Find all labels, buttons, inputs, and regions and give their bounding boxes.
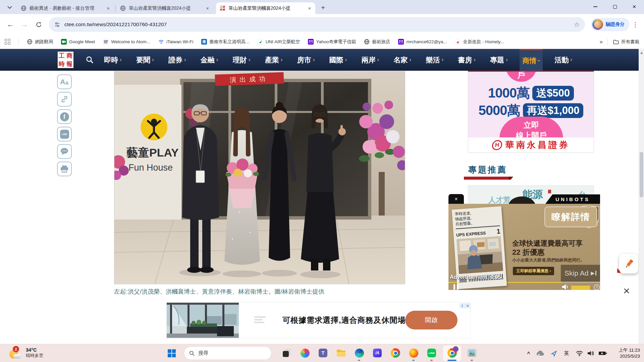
- start-button[interactable]: [168, 349, 176, 357]
- new-tab-button[interactable]: +: [318, 3, 328, 12]
- video-ad-cta-button[interactable]: 瞭解詳情: [544, 206, 597, 227]
- volume-icon[interactable]: [562, 284, 569, 290]
- tab-close-icon[interactable]: ×: [106, 5, 111, 11]
- nav-item[interactable]: 活動›: [552, 49, 575, 71]
- forward-button[interactable]: →: [18, 18, 31, 31]
- tab-close-icon[interactable]: ×: [205, 5, 210, 11]
- nav-item[interactable]: 房市›: [294, 49, 318, 71]
- bookmark-item[interactable]: Yahoo奇摩電子信箱: [308, 39, 356, 45]
- nav-item[interactable]: 要聞›: [133, 49, 157, 71]
- tray-onedrive[interactable]: [535, 344, 545, 362]
- browser-menu-button[interactable]: ⋮: [631, 18, 640, 31]
- volume-slider[interactable]: [571, 286, 590, 290]
- chevron-right-icon: ›: [152, 56, 154, 63]
- tray-battery[interactable]: [597, 344, 608, 362]
- tab-close-icon[interactable]: ×: [307, 5, 312, 11]
- tray-expand-button[interactable]: ^: [524, 344, 533, 362]
- font-size-button[interactable]: AA: [57, 74, 72, 89]
- help-icon[interactable]: ?: [594, 284, 600, 290]
- nav-item[interactable]: 證券›: [166, 49, 189, 71]
- sticky-ad-close-button[interactable]: ×: [620, 284, 634, 298]
- scrollbar-up-arrow[interactable]: [640, 52, 643, 54]
- pause-button[interactable]: [453, 284, 459, 290]
- skip-ad-button[interactable]: Skip Ad ▶: [561, 265, 600, 282]
- taskbar-app-movavi[interactable]: /A: [372, 348, 382, 358]
- ad-close-icon[interactable]: ×: [465, 303, 470, 308]
- video-ad-small-cta[interactable]: 立即解鎖專屬優惠 ›: [513, 267, 554, 275]
- nav-item[interactable]: 即時›: [101, 49, 124, 71]
- close-button[interactable]: ×: [625, 0, 644, 13]
- tab-1[interactable]: 藝術異述 · 易數藝術 - 後台管理 ×: [17, 2, 114, 14]
- taskbar-app-chrome[interactable]: [390, 348, 400, 358]
- nav-item[interactable]: 書房›: [455, 49, 478, 71]
- bookmark-item[interactable]: Google Meet: [61, 39, 95, 45]
- page-scrollbar[interactable]: [639, 49, 644, 344]
- taskbar-app-photos[interactable]: [467, 348, 477, 358]
- reload-button[interactable]: [32, 18, 45, 31]
- taskbar-app-line[interactable]: LINE: [427, 348, 437, 358]
- ad-info-icon[interactable]: i: [460, 303, 465, 308]
- bookmark-item[interactable]: 網路郵局: [27, 39, 53, 45]
- video-ad-close-button[interactable]: ×: [448, 194, 464, 204]
- bookmark-item[interactable]: Welcome to Atom...: [103, 39, 150, 45]
- ctee-logo[interactable]: 工商時報: [58, 52, 73, 68]
- nav-item[interactable]: 專題›: [487, 49, 511, 71]
- securities-ad[interactable]: 戶 1000萬 送$500 5000萬 再送$1,000 立即 線上開戶 H 華…: [468, 71, 594, 153]
- maximize-button[interactable]: [605, 0, 625, 13]
- tab-search-button[interactable]: [5, 3, 15, 12]
- taskbar-app-widgets[interactable]: [282, 348, 292, 358]
- bookmark-star-icon[interactable]: ☆: [574, 21, 580, 28]
- taskbar-app-teams[interactable]: T: [318, 348, 328, 358]
- ad-open-button[interactable]: 開啟: [405, 311, 458, 329]
- facebook-share-button[interactable]: f: [57, 109, 72, 124]
- video-ad-player[interactable]: 瞭解詳情 準時送達, 物超所值, 共創雙贏。 UPS EXPRESS 1: [448, 204, 600, 290]
- minimize-button[interactable]: [586, 0, 605, 13]
- nav-item-active[interactable]: 商情›: [520, 49, 543, 71]
- print-button[interactable]: [57, 162, 72, 176]
- floating-pencil-button[interactable]: [619, 254, 638, 274]
- nav-item[interactable]: 名家›: [391, 49, 414, 71]
- url-text[interactable]: ctee.com.tw/news/20241221700760-431207: [64, 21, 570, 27]
- nav-item[interactable]: 國際›: [327, 49, 350, 71]
- bookmark-item[interactable]: a 全新改款 - Homely...: [455, 39, 504, 45]
- tray-location[interactable]: [549, 344, 559, 362]
- nav-item[interactable]: 兩岸›: [359, 49, 382, 71]
- nav-search-button[interactable]: [86, 56, 94, 65]
- bookmark-item[interactable]: UNI AIR立榮航空: [258, 39, 300, 45]
- bookmark-item[interactable]: iTaiwan Wi-Fi: [158, 39, 193, 45]
- weather-widget[interactable]: 2 34°C 晴時多雲: [9, 346, 43, 360]
- all-bookmarks-button[interactable]: 所有書籤: [608, 39, 639, 45]
- nav-item[interactable]: 樂活›: [423, 49, 446, 71]
- ad-cta[interactable]: 立即 線上開戶: [499, 117, 563, 139]
- scrollbar-thumb[interactable]: [640, 152, 643, 197]
- line-share-button[interactable]: LINE: [57, 127, 72, 141]
- taskbar-search[interactable]: 搜尋: [184, 346, 272, 360]
- nav-item[interactable]: 理財›: [230, 49, 253, 71]
- apps-grid-icon[interactable]: [5, 39, 10, 45]
- profile-chip[interactable]: 驗證身分: [591, 18, 629, 31]
- copy-link-button[interactable]: [57, 92, 72, 107]
- bookmarks-overflow-button[interactable]: »: [595, 39, 607, 45]
- taskbar-app-firefox[interactable]: [409, 348, 419, 358]
- back-button[interactable]: ←: [4, 18, 17, 31]
- taskbar-app-chrome-active[interactable]: [447, 348, 457, 358]
- taskbar-app-edge[interactable]: [354, 348, 364, 358]
- site-info-icon[interactable]: [54, 22, 60, 27]
- taskbar-app-explorer[interactable]: [336, 348, 346, 358]
- tab-3-active[interactable]: 工商時報 草山岩產業暨洪幗襄2024小提 ×: [216, 2, 315, 14]
- taskbar-clock[interactable]: 上午 11:23 2025/5/23: [611, 347, 640, 359]
- comment-button[interactable]: [57, 144, 72, 159]
- bottom-banner-ad[interactable]: 可根據需求選擇,適合商務及休閒場景使用 開啟 i ×: [166, 302, 470, 338]
- bookmark-item[interactable]: mrchance622@ya...: [398, 39, 447, 45]
- nav-item[interactable]: 產業›: [262, 49, 285, 71]
- tray-ime[interactable]: 英: [562, 344, 571, 362]
- tray-wifi[interactable]: [574, 344, 584, 362]
- bookmark-item[interactable]: 港 臺南市私立港明高...: [201, 39, 249, 45]
- address-bar[interactable]: ctee.com.tw/news/20241221700760-431207 ☆: [49, 17, 585, 32]
- nav-item[interactable]: 金融›: [198, 49, 221, 71]
- taskbar-app-copilot[interactable]: [300, 348, 310, 358]
- bookmark-item[interactable]: 藝術旅店: [364, 39, 390, 45]
- tab-2[interactable]: 草山岩產業暨洪幗襄2024小提 ×: [117, 2, 213, 14]
- tray-volume[interactable]: [586, 344, 596, 362]
- search-icon: [189, 351, 195, 356]
